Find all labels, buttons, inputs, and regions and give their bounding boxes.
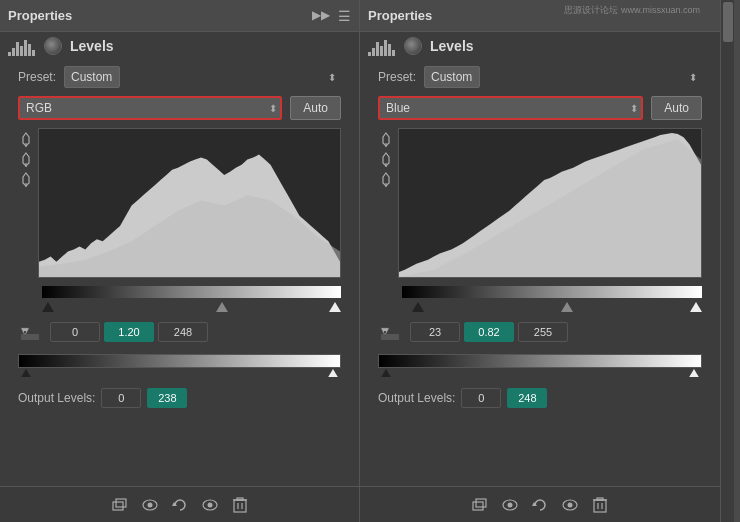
right-output-label: Output Levels: bbox=[378, 391, 455, 405]
svg-rect-22 bbox=[234, 500, 246, 512]
svg-rect-1 bbox=[12, 48, 15, 56]
right-panel-title: Properties bbox=[368, 8, 432, 23]
right-output-gradient bbox=[378, 354, 702, 368]
right-output-white[interactable] bbox=[507, 388, 547, 408]
svg-point-21 bbox=[207, 502, 212, 507]
right-white-point-marker[interactable] bbox=[690, 302, 702, 312]
left-eyedropper-col bbox=[18, 128, 34, 278]
left-eye-icon[interactable] bbox=[139, 494, 161, 516]
left-delete-icon[interactable] bbox=[229, 494, 251, 516]
svg-rect-0 bbox=[8, 52, 11, 56]
left-toolbar bbox=[0, 486, 359, 522]
left-panel-content: Preset: Custom RGB Red Green Blue Auto bbox=[0, 58, 359, 486]
left-black-input[interactable] bbox=[50, 322, 100, 342]
left-histogram bbox=[38, 128, 341, 278]
right-delete-icon[interactable] bbox=[589, 494, 611, 516]
svg-rect-42 bbox=[473, 502, 483, 510]
svg-rect-6 bbox=[32, 50, 35, 56]
svg-rect-30 bbox=[380, 46, 383, 56]
right-histogram bbox=[398, 128, 702, 278]
right-preset-label: Preset: bbox=[378, 70, 416, 84]
left-black-point-marker[interactable] bbox=[42, 302, 54, 312]
right-panel-header: Properties 思源设计论坛 www.missxuan.com bbox=[360, 0, 720, 32]
right-output-arrows bbox=[378, 368, 702, 378]
left-visibility-icon[interactable] bbox=[199, 494, 221, 516]
right-gradient-bar bbox=[402, 286, 702, 298]
svg-rect-31 bbox=[384, 40, 387, 56]
svg-rect-5 bbox=[28, 44, 31, 56]
left-black-eyedropper[interactable] bbox=[18, 132, 34, 148]
right-reset-icon[interactable] bbox=[529, 494, 551, 516]
svg-rect-27 bbox=[368, 52, 371, 56]
left-white-eyedropper[interactable] bbox=[18, 172, 34, 188]
left-output-black-marker[interactable] bbox=[21, 369, 31, 377]
right-black-input[interactable] bbox=[410, 322, 460, 342]
left-output-white[interactable] bbox=[147, 388, 187, 408]
left-output-levels-row: Output Levels: bbox=[18, 388, 341, 408]
left-mid-point-marker[interactable] bbox=[216, 302, 228, 312]
scrollbar[interactable] bbox=[720, 0, 734, 522]
right-black-point-marker[interactable] bbox=[412, 302, 424, 312]
left-channel-select[interactable]: RGB Red Green Blue bbox=[18, 96, 282, 120]
left-reset-icon[interactable] bbox=[169, 494, 191, 516]
right-title-row: Levels bbox=[360, 32, 720, 58]
scrollbar-thumb[interactable] bbox=[723, 2, 733, 42]
svg-rect-3 bbox=[20, 46, 23, 56]
svg-point-14 bbox=[24, 334, 25, 335]
svg-rect-43 bbox=[476, 499, 486, 507]
forward-icon: ▶▶ bbox=[312, 8, 330, 24]
right-warning-icon bbox=[378, 322, 406, 342]
right-white-eyedropper[interactable] bbox=[378, 172, 394, 188]
right-histogram-area bbox=[378, 128, 702, 278]
left-output-label: Output Levels: bbox=[18, 391, 95, 405]
adjustment-circle bbox=[44, 37, 62, 55]
svg-rect-29 bbox=[376, 42, 379, 56]
svg-rect-2 bbox=[16, 42, 19, 56]
svg-rect-16 bbox=[116, 499, 126, 507]
left-header-icons: ▶▶ ☰ bbox=[312, 8, 351, 24]
left-white-input[interactable] bbox=[158, 322, 208, 342]
right-output-area bbox=[378, 354, 702, 378]
svg-rect-28 bbox=[372, 48, 375, 56]
right-channel-select[interactable]: RGB Red Green Blue bbox=[378, 96, 643, 120]
menu-icon[interactable]: ☰ bbox=[338, 8, 351, 24]
left-gray-eyedropper[interactable] bbox=[18, 152, 34, 168]
right-auto-button[interactable]: Auto bbox=[651, 96, 702, 120]
right-panel-content: Preset: Custom RGB Red Green Blue Auto bbox=[360, 58, 720, 486]
left-preset-wrapper: Custom bbox=[64, 66, 341, 88]
right-output-black-marker[interactable] bbox=[381, 369, 391, 377]
left-white-point-marker[interactable] bbox=[329, 302, 341, 312]
right-preset-select[interactable]: Custom bbox=[424, 66, 480, 88]
svg-rect-11 bbox=[21, 334, 39, 340]
left-output-white-marker[interactable] bbox=[328, 369, 338, 377]
left-output-arrows bbox=[18, 368, 341, 378]
left-auto-button[interactable]: Auto bbox=[290, 96, 341, 120]
right-visibility-icon[interactable] bbox=[559, 494, 581, 516]
left-preset-select[interactable]: Custom bbox=[64, 66, 120, 88]
levels-mini-icon bbox=[8, 36, 36, 56]
right-white-input[interactable] bbox=[518, 322, 568, 342]
right-eyedropper-col bbox=[378, 128, 394, 278]
right-output-white-marker[interactable] bbox=[689, 369, 699, 377]
svg-rect-15 bbox=[113, 502, 123, 510]
left-panel: Properties ▶▶ ☰ Levels Preset: Custom bbox=[0, 0, 360, 522]
svg-rect-38 bbox=[381, 334, 399, 340]
right-output-black[interactable] bbox=[461, 388, 501, 408]
left-mid-input[interactable] bbox=[104, 322, 154, 342]
right-clip-icon[interactable] bbox=[469, 494, 491, 516]
left-clip-icon[interactable] bbox=[109, 494, 131, 516]
right-levels-label: Levels bbox=[430, 38, 474, 54]
right-black-eyedropper[interactable] bbox=[378, 132, 394, 148]
right-channel-wrapper: RGB Red Green Blue bbox=[378, 96, 643, 120]
left-histogram-area bbox=[18, 128, 341, 278]
left-output-black[interactable] bbox=[101, 388, 141, 408]
watermark: 思源设计论坛 www.missxuan.com bbox=[564, 4, 700, 17]
left-input-slider bbox=[42, 286, 341, 314]
left-levels-label: Levels bbox=[70, 38, 114, 54]
svg-point-41 bbox=[384, 334, 385, 335]
right-eye-icon[interactable] bbox=[499, 494, 521, 516]
right-gray-eyedropper[interactable] bbox=[378, 152, 394, 168]
right-mid-point-marker[interactable] bbox=[561, 302, 573, 312]
right-mid-input[interactable] bbox=[464, 322, 514, 342]
left-panel-title: Properties bbox=[8, 8, 72, 23]
